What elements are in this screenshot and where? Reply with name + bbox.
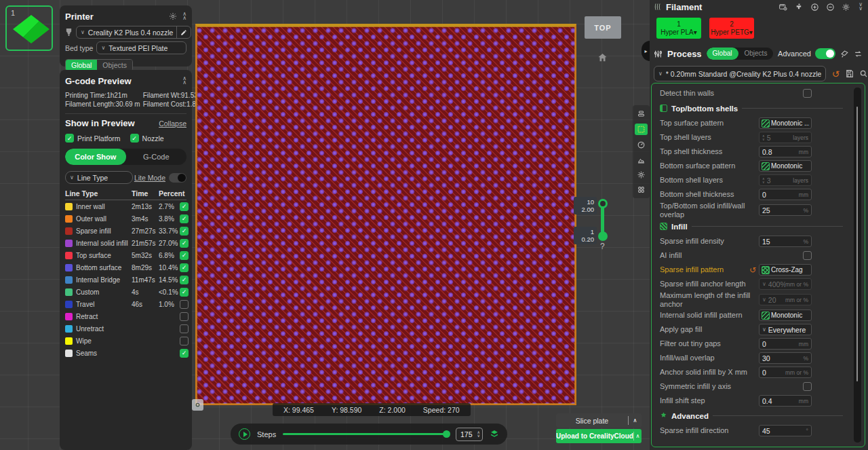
pattern-select[interactable]: Monotonic bbox=[759, 310, 812, 321]
slice-options-caret[interactable]: ∧ bbox=[628, 416, 642, 425]
gcode-preview-title: G-code Preview bbox=[65, 76, 177, 86]
line-type-checkbox[interactable]: ✓ bbox=[180, 288, 189, 297]
add-filament-icon[interactable] bbox=[810, 3, 819, 12]
bed-type-select[interactable]: ∨ Textured PEI Plate bbox=[96, 41, 186, 54]
line-type-checkbox[interactable] bbox=[180, 324, 189, 333]
setting-input[interactable]: 0.4mm bbox=[759, 395, 812, 407]
setting-checkbox[interactable] bbox=[803, 382, 812, 391]
stepper-arrows-icon[interactable]: ∧∨ bbox=[762, 177, 765, 183]
settings-scrollbar[interactable] bbox=[854, 88, 861, 443]
setting-select[interactable]: ∨20mm or % bbox=[759, 294, 812, 305]
line-type-checkbox[interactable]: ✓ bbox=[180, 202, 189, 211]
setting-label: Symmetric infill y axis bbox=[660, 382, 803, 391]
process-preset-select[interactable]: ∨ * 0.20mm Standard @Creality K2 Plus 0.… bbox=[654, 66, 826, 81]
tab-objects[interactable]: Objects bbox=[738, 48, 774, 60]
setting-checkbox[interactable] bbox=[803, 251, 812, 260]
plate-thumbnail[interactable]: 1 bbox=[5, 5, 53, 51]
steps-value-stepper[interactable]: 175 ∧∨ bbox=[456, 428, 483, 441]
layer-slider-bottom-handle[interactable] bbox=[598, 231, 608, 241]
gcode-button[interactable]: G-Code bbox=[126, 149, 187, 165]
setting-input[interactable]: 45° bbox=[759, 425, 812, 436]
view-cube[interactable]: TOP bbox=[585, 16, 621, 39]
stepper-arrows-icon[interactable]: ∧∨ bbox=[762, 134, 765, 140]
line-type-checkbox[interactable]: ✓ bbox=[180, 227, 189, 236]
setting-select[interactable]: ∨Everywhere bbox=[759, 324, 812, 335]
pattern-select[interactable]: Cross-Zag bbox=[759, 264, 812, 276]
checkbox-checked-icon[interactable]: ✓ bbox=[65, 134, 74, 143]
layer-slider-help[interactable]: ? bbox=[600, 242, 605, 251]
line-type-swatch bbox=[65, 203, 73, 210]
pattern-select[interactable]: Monotonic bbox=[759, 160, 812, 172]
line-type-checkbox[interactable]: ✓ bbox=[180, 263, 189, 272]
pattern-select[interactable]: Monotonic ... bbox=[759, 117, 812, 129]
collapse-panel-icon[interactable]: ∧∧ bbox=[182, 12, 186, 20]
line-type-select[interactable]: ∨ Line Type bbox=[65, 171, 133, 184]
reset-preset-icon[interactable]: ↺ bbox=[831, 69, 840, 79]
filament-settings-gear-icon[interactable] bbox=[842, 3, 850, 12]
stepper-arrows-icon[interactable]: ∧∨ bbox=[477, 431, 480, 438]
remove-filament-icon[interactable] bbox=[826, 3, 835, 12]
line-type-checkbox[interactable]: ✓ bbox=[180, 251, 189, 260]
filament-chip[interactable]: 2Hyper PETG▾ bbox=[709, 18, 754, 39]
setting-input[interactable]: 15% bbox=[759, 236, 812, 247]
layers-icon[interactable] bbox=[490, 430, 499, 438]
play-icon[interactable] bbox=[239, 428, 250, 440]
upload-button[interactable]: Upload to CrealityCloud ∧ bbox=[556, 429, 642, 443]
checkbox-checked-icon[interactable]: ✓ bbox=[130, 134, 139, 143]
advanced-toggle[interactable] bbox=[815, 48, 835, 59]
infill-view-icon[interactable] bbox=[635, 124, 648, 135]
setting-select[interactable]: ∨400%mm or % bbox=[759, 278, 812, 290]
lite-mode-toggle[interactable] bbox=[169, 173, 186, 183]
setting-spinner[interactable]: ∧∨3layers bbox=[759, 174, 812, 186]
undo-icon[interactable]: ↺ bbox=[749, 265, 756, 275]
collapse-link[interactable]: Collapse bbox=[159, 119, 186, 128]
layers-list-icon[interactable] bbox=[635, 109, 647, 119]
steps-slider-handle[interactable] bbox=[443, 430, 450, 438]
scrollbar-thumb[interactable] bbox=[856, 107, 858, 381]
setting-spinner[interactable]: ∧∨5layers bbox=[759, 132, 812, 143]
build-plate-preview[interactable] bbox=[195, 24, 576, 405]
color-show-button[interactable]: Color Show bbox=[65, 149, 126, 165]
support-mountain-icon[interactable] bbox=[635, 155, 647, 165]
line-type-checkbox[interactable]: ✓ bbox=[180, 349, 189, 358]
line-type-checkbox[interactable] bbox=[180, 337, 189, 345]
settings-gear-icon[interactable] bbox=[635, 170, 647, 180]
steps-slider[interactable] bbox=[283, 433, 449, 435]
printer-select[interactable]: ∨ Creality K2 Plus 0.4 nozzle bbox=[76, 26, 191, 39]
setting-checkbox[interactable] bbox=[803, 89, 812, 98]
layer-slider-top-handle[interactable] bbox=[598, 199, 608, 208]
filament-chip[interactable]: 1Hyper PLA▾ bbox=[656, 18, 701, 39]
tab-global[interactable]: Global bbox=[707, 48, 738, 60]
plate-settings-icon[interactable] bbox=[192, 399, 203, 411]
edit-printer-icon[interactable] bbox=[176, 26, 191, 38]
ams-sync-icon[interactable] bbox=[778, 3, 788, 12]
gear-icon[interactable] bbox=[169, 12, 177, 20]
setting-input[interactable]: 30% bbox=[759, 352, 812, 364]
setting-input[interactable]: 0.8mm bbox=[759, 146, 812, 157]
line-type-checkbox[interactable]: ✓ bbox=[180, 214, 189, 223]
home-view-icon[interactable] bbox=[597, 52, 608, 63]
setting-input[interactable]: 0mm bbox=[759, 189, 812, 200]
tab-global[interactable]: Global bbox=[66, 60, 97, 71]
print-platform-checkbox-item[interactable]: ✓ Print Platform bbox=[65, 134, 121, 143]
upload-options-caret[interactable]: ∧ bbox=[633, 432, 642, 440]
multicolor-circles-icon[interactable] bbox=[635, 185, 647, 195]
tab-objects[interactable]: Objects bbox=[97, 60, 132, 71]
slice-plate-button[interactable]: Slice plate ∧ bbox=[556, 413, 642, 428]
filament-tap-icon[interactable] bbox=[795, 3, 804, 12]
line-type-checkbox[interactable] bbox=[180, 300, 189, 309]
setting-input[interactable]: 0mm bbox=[759, 338, 812, 350]
search-settings-icon[interactable] bbox=[859, 69, 868, 78]
save-preset-icon[interactable] bbox=[845, 69, 854, 78]
compare-params-icon[interactable] bbox=[854, 50, 863, 58]
collapse-panel-icon[interactable]: ∧∧ bbox=[182, 77, 186, 85]
paint-tag-icon[interactable] bbox=[840, 50, 849, 58]
setting-input[interactable]: 0mm or % bbox=[759, 367, 812, 378]
nozzle-checkbox-item[interactable]: ✓ Nozzle bbox=[130, 134, 164, 143]
speed-gauge-icon[interactable] bbox=[635, 140, 647, 150]
line-type-checkbox[interactable]: ✓ bbox=[180, 239, 189, 248]
line-type-checkbox[interactable]: ✓ bbox=[180, 276, 189, 284]
setting-input[interactable]: 25% bbox=[759, 204, 812, 216]
collapse-filament-icon[interactable]: ∨∨ bbox=[859, 3, 863, 11]
line-type-checkbox[interactable] bbox=[180, 312, 189, 321]
